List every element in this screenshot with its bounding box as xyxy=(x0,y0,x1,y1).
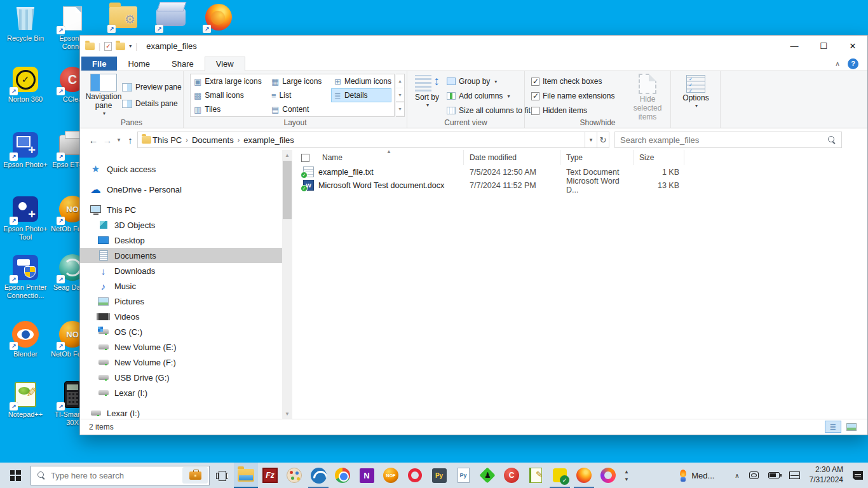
scroll-down-icon[interactable]: ▼ xyxy=(282,409,292,419)
gradient-ring-browser-taskbar-button[interactable] xyxy=(596,463,620,488)
show-hidden-icons-caret[interactable]: ∧ xyxy=(735,472,739,479)
sidebar-item-music[interactable]: Music xyxy=(80,278,282,294)
sidebar-item-onedrive-personal[interactable]: OneDrive - Personal xyxy=(80,182,282,197)
layout-option-tiles[interactable]: ▥Tiles xyxy=(191,102,268,116)
hide-selected-button[interactable]: Hide selected items xyxy=(625,74,670,121)
sidebar-item-pictures[interactable]: Pictures xyxy=(80,294,282,309)
layout-option-list[interactable]: ≡List xyxy=(268,88,331,102)
checkbox-hidden-items[interactable]: Hidden items xyxy=(531,104,587,117)
collapse-ribbon-icon[interactable]: ∧ xyxy=(835,60,840,68)
checkbox-icon[interactable] xyxy=(531,78,539,86)
checkbox-icon[interactable] xyxy=(531,92,539,100)
system-folder-shortcut[interactable]: ↗ xyxy=(100,3,146,32)
layout-option-large-icons[interactable]: ▦Large icons xyxy=(268,74,331,88)
breadcrumb-segment[interactable]: Documents xyxy=(192,135,234,145)
sidebar-item-os-c-[interactable]: OS (C:) xyxy=(80,324,282,339)
display-tray-icon[interactable] xyxy=(789,471,800,479)
explorer-search-box[interactable] xyxy=(614,132,842,148)
add-columns-button[interactable]: Add columns▾ xyxy=(447,90,510,102)
sidebar-item-new-volume-e-[interactable]: New Volume (E:) xyxy=(80,339,282,355)
gallery-up-icon[interactable]: ▲ xyxy=(396,74,404,88)
thunderbird-taskbar-button[interactable] xyxy=(306,463,330,488)
ccleaner-taskbar-button[interactable]: C xyxy=(499,463,524,488)
properties-quick-icon[interactable] xyxy=(104,42,112,51)
thumbnail-view-toggle[interactable] xyxy=(843,421,860,433)
sidebar-item-3d-objects[interactable]: 3D Objects xyxy=(80,217,282,233)
column-name[interactable]: Name▲ xyxy=(316,150,464,165)
sidebar-item-usb-drive-g-[interactable]: USB Drive (G:) xyxy=(80,370,282,385)
options-button[interactable]: Options▾ xyxy=(679,75,713,109)
desktop-icon-phototool[interactable]: ↗Epson Photo+ Tool xyxy=(3,194,48,241)
qat-customize-caret[interactable]: ▾ xyxy=(129,43,132,49)
sidebar-item-desktop[interactable]: Desktop xyxy=(80,233,282,248)
tab-home[interactable]: Home xyxy=(117,57,161,71)
scroll-thumb[interactable] xyxy=(283,161,292,219)
python-file-taskbar-button[interactable]: Py xyxy=(451,463,475,488)
breadcrumb-segment[interactable]: This PC xyxy=(153,135,182,145)
gallery-down-icon[interactable]: ▼ xyxy=(396,88,404,102)
nav-scrollbar[interactable]: ▲ ▼ xyxy=(282,150,292,419)
group-by-button[interactable]: Group by▾ xyxy=(447,75,497,88)
table-row[interactable]: ✓Microsoft Word Test document.docx7/7/20… xyxy=(292,179,867,192)
tab-share[interactable]: Share xyxy=(161,57,205,71)
desktop-icon-blender[interactable]: ↗Blender xyxy=(3,320,48,358)
filezilla-taskbar-button[interactable]: Fz xyxy=(258,463,282,488)
navigation-pane-button[interactable]: Navigation pane▾ xyxy=(85,74,122,116)
details-view-toggle[interactable]: ≣ xyxy=(825,421,841,433)
taskbar-overflow-arrows[interactable]: ▲▼ xyxy=(620,469,633,482)
green-diamond-app-taskbar-button[interactable] xyxy=(475,463,499,488)
desktop-icon-epsonconn[interactable]: ↗Epson Printer Connectio... xyxy=(3,253,48,300)
column-type[interactable]: Type xyxy=(560,150,634,165)
checkbox-file-name-extensions[interactable]: File name extensions xyxy=(531,90,614,102)
action-center-icon[interactable] xyxy=(853,471,863,480)
breadcrumb-segment[interactable]: example_files xyxy=(243,135,294,145)
task-view-button[interactable] xyxy=(210,463,234,488)
desktop-icon-recycle[interactable]: Recycle Bin xyxy=(3,4,48,43)
clock[interactable]: 2:30 AM 7/31/2024 xyxy=(810,465,843,485)
new-folder-quick-icon[interactable] xyxy=(116,43,125,50)
address-dropdown-icon[interactable]: ▾ xyxy=(585,132,597,148)
checkbox-icon[interactable] xyxy=(531,107,539,115)
desktop-icon-norton[interactable]: ↗Norton 360 xyxy=(3,65,48,104)
firefox-taskbar-button[interactable] xyxy=(572,463,596,488)
up-icon[interactable]: ↑ xyxy=(123,135,137,146)
sidebar-item-downloads[interactable]: Downloads xyxy=(80,263,282,278)
minimize-button[interactable]: — xyxy=(780,36,809,57)
search-highlight-pill[interactable] xyxy=(182,467,208,484)
norton-taskbar-button[interactable] xyxy=(548,463,572,488)
sidebar-item-lexar-i-[interactable]: Lexar (I:) xyxy=(80,405,282,419)
sidebar-item-videos[interactable]: Videos xyxy=(80,309,282,324)
recent-locations-caret[interactable]: ▾ xyxy=(114,137,123,143)
details-pane-button[interactable]: Details pane xyxy=(122,97,178,110)
gallery-expand-icon[interactable]: ▼ xyxy=(396,102,404,116)
size-columns-button[interactable]: Size all columns to fit xyxy=(447,104,531,117)
address-box[interactable]: This PC›Documents›example_files xyxy=(137,132,585,148)
sidebar-item-this-pc[interactable]: This PC xyxy=(80,202,282,217)
opera-taskbar-button[interactable] xyxy=(403,463,427,488)
back-icon[interactable]: ← xyxy=(86,135,100,146)
desktop-icon-photo[interactable]: ↗Epson Photo+ xyxy=(3,130,48,169)
taskbar-search-box[interactable] xyxy=(31,466,210,485)
onenote-taskbar-button[interactable]: N xyxy=(355,463,379,488)
file-explorer-taskbar-button[interactable] xyxy=(234,463,258,488)
paint-app-taskbar-button[interactable] xyxy=(282,463,306,488)
explorer-search-input[interactable] xyxy=(620,135,828,145)
preview-pane-button[interactable]: Preview pane xyxy=(122,81,182,93)
scroll-up-icon[interactable]: ▲ xyxy=(282,150,292,160)
column-size[interactable]: Size xyxy=(634,150,684,165)
maximize-button[interactable]: ☐ xyxy=(809,36,838,57)
taskbar-search-input[interactable] xyxy=(51,471,177,480)
desktop-icon-notepadpp[interactable]: ↗Notepad++ xyxy=(3,380,48,419)
close-button[interactable]: ✕ xyxy=(838,36,867,57)
layout-option-extra-large-icons[interactable]: ▣Extra large icons xyxy=(191,74,268,88)
netobjects-taskbar-button[interactable]: NOF xyxy=(379,463,403,488)
layout-option-details[interactable]: ≣Details xyxy=(331,88,391,102)
chrome-taskbar-button[interactable] xyxy=(330,463,355,488)
sidebar-item-quick-access[interactable]: Quick access xyxy=(80,161,282,177)
sidebar-item-documents[interactable]: Documents xyxy=(80,248,282,263)
refresh-icon[interactable]: ↻ xyxy=(597,132,609,148)
help-icon[interactable]: ? xyxy=(848,58,858,69)
tab-view[interactable]: View xyxy=(205,57,245,71)
start-button[interactable] xyxy=(0,463,31,488)
scanner-shortcut[interactable]: ↗ xyxy=(148,3,194,32)
